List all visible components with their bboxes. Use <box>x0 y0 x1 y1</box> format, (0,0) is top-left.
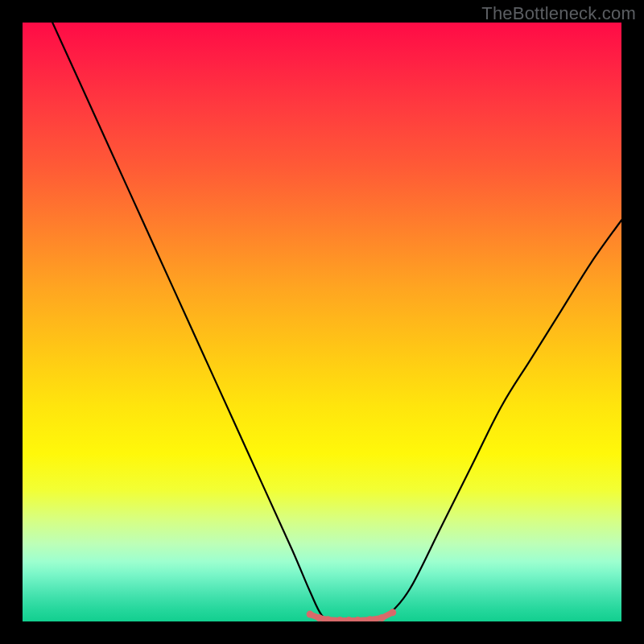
brand-watermark: TheBottleneck.com <box>481 3 636 24</box>
floor-marker-dot <box>389 609 396 616</box>
plot-area <box>23 23 621 621</box>
chart-frame: TheBottleneck.com <box>0 0 644 644</box>
bottleneck-curve <box>52 23 621 621</box>
curve-layer <box>23 23 621 621</box>
